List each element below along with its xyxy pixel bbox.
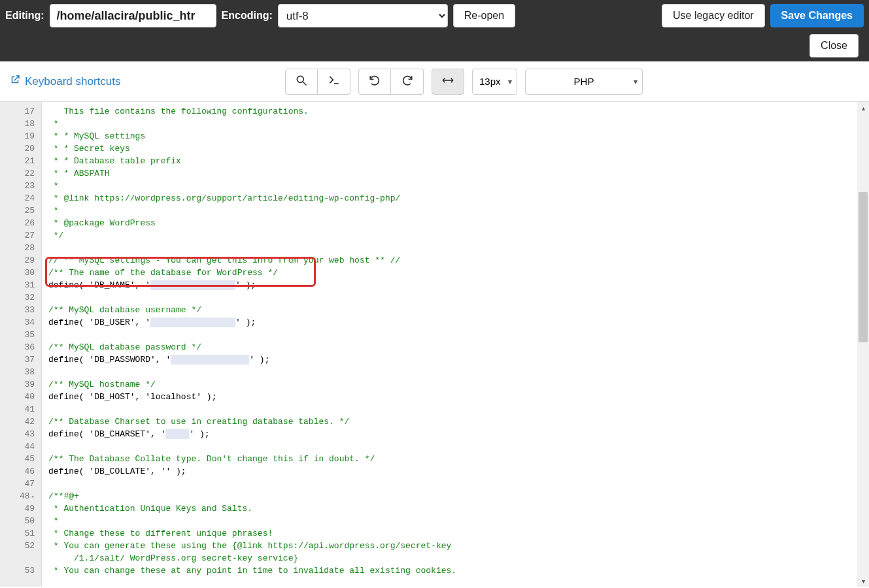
line-number: 46 [3, 465, 35, 478]
search-button[interactable] [285, 69, 318, 95]
code-line[interactable]: * Change these to different unique phras… [48, 527, 869, 540]
code-line[interactable]: /** MySQL database password */ [48, 341, 869, 353]
line-number: 29 [3, 254, 35, 267]
code-line[interactable] [48, 291, 869, 304]
code-line[interactable] [48, 329, 869, 341]
line-number: 49 [3, 502, 35, 515]
code-line[interactable] [48, 440, 869, 453]
line-number: 30 [3, 267, 35, 279]
redo-button[interactable] [391, 69, 424, 95]
close-button[interactable]: Close [809, 34, 859, 57]
line-number: 45 [3, 453, 35, 465]
undo-icon [368, 74, 381, 89]
code-line[interactable]: * Authentication Unique Keys and Salts. [48, 502, 869, 515]
keyboard-shortcuts-label: Keyboard shortcuts [25, 75, 120, 88]
vertical-scrollbar[interactable]: ▴ ▾ [857, 102, 869, 587]
find-group [285, 69, 350, 95]
code-line[interactable]: define( 'DB_CHARSET', '' ); [48, 428, 869, 440]
scroll-down-icon[interactable]: ▾ [857, 575, 869, 587]
line-number: 39 [3, 378, 35, 391]
code-line[interactable] [48, 403, 869, 416]
code-line[interactable]: * [48, 204, 869, 217]
line-number: 53 [3, 564, 35, 577]
line-number: 28 [3, 242, 35, 254]
code-line[interactable]: * * MySQL settings [48, 130, 869, 142]
line-number: 17 [3, 105, 35, 118]
code-line[interactable]: * You can generate these using the {@lin… [48, 540, 869, 552]
code-line[interactable]: // ** MySQL settings - You can get this … [48, 254, 869, 267]
code-line[interactable] [48, 366, 869, 378]
code-line[interactable]: /** MySQL database username */ [48, 304, 869, 316]
line-number: 27 [3, 229, 35, 242]
code-line[interactable]: /** The name of the database for WordPre… [48, 267, 869, 279]
code-line[interactable]: define( 'DB_PASSWORD', '' ); [48, 353, 869, 366]
code-line[interactable]: * * Database table prefix [48, 155, 869, 167]
line-number: 33 [3, 304, 35, 316]
code-line[interactable]: /**#@+ [48, 490, 869, 502]
line-number: 35 [3, 329, 35, 341]
code-line[interactable]: /** Database Charset to use in creating … [48, 416, 869, 428]
line-number: 43 [3, 428, 35, 440]
line-number: 21 [3, 155, 35, 167]
line-number: 42 [3, 416, 35, 428]
editor-topbar: Editing: Encoding: utf-8 Re-open Use leg… [0, 0, 869, 61]
terminal-icon [328, 74, 341, 89]
svg-point-0 [297, 76, 303, 82]
search-icon [295, 74, 308, 89]
line-number: 20 [3, 142, 35, 155]
line-number: 38 [3, 366, 35, 378]
code-line[interactable] [48, 242, 869, 254]
line-number: 48 [3, 490, 35, 502]
code-area[interactable]: This file contains the following configu… [42, 102, 869, 587]
legacy-editor-button[interactable]: Use legacy editor [662, 4, 765, 27]
line-number [3, 552, 35, 564]
code-line[interactable]: /** MySQL hostname */ [48, 378, 869, 391]
scroll-up-icon[interactable]: ▴ [857, 102, 869, 114]
font-size-select[interactable]: 13px [472, 69, 517, 95]
keyboard-shortcuts-link[interactable]: Keyboard shortcuts [9, 74, 120, 89]
code-line[interactable]: * [48, 515, 869, 527]
code-line[interactable]: /** The Database Collate type. Don't cha… [48, 453, 869, 465]
line-number: 50 [3, 515, 35, 527]
line-number: 25 [3, 204, 35, 217]
code-line[interactable]: * [48, 180, 869, 192]
code-line[interactable]: * [48, 118, 869, 130]
scrollbar-track[interactable] [857, 114, 869, 575]
external-link-icon [9, 74, 21, 89]
code-line[interactable]: This file contains the following configu… [48, 105, 869, 118]
line-number: 19 [3, 130, 35, 142]
code-line[interactable]: define( 'DB_COLLATE', '' ); [48, 465, 869, 478]
line-number: 41 [3, 403, 35, 416]
code-editor[interactable]: 1718192021222324252627282930313233343536… [0, 102, 869, 587]
code-line[interactable]: */ [48, 229, 869, 242]
line-number: 40 [3, 391, 35, 403]
save-changes-button[interactable]: Save Changes [770, 4, 864, 27]
file-path-input[interactable] [50, 4, 216, 27]
undo-button[interactable] [358, 69, 391, 95]
code-line[interactable]: * @package WordPress [48, 217, 869, 229]
code-line[interactable]: * * Secret keys [48, 142, 869, 155]
code-line[interactable]: define( 'DB_NAME', '' ); [48, 279, 869, 291]
code-line[interactable]: * @link https://wordpress.org/support/ar… [48, 192, 869, 204]
line-number: 18 [3, 118, 35, 130]
redacted-value [165, 429, 189, 439]
code-line[interactable] [48, 478, 869, 490]
line-number: 44 [3, 440, 35, 453]
editing-label: Editing: [5, 10, 44, 22]
line-number: 32 [3, 291, 35, 304]
code-line[interactable]: * * ABSPATH [48, 167, 869, 180]
encoding-select[interactable]: utf-8 [278, 4, 448, 27]
scrollbar-thumb[interactable] [859, 192, 868, 342]
redacted-value [171, 355, 249, 365]
reopen-button[interactable]: Re-open [453, 4, 515, 27]
code-line[interactable]: /1.1/salt/ WordPress.org secret-key serv… [48, 552, 869, 564]
editor-toolbar: Keyboard shortcuts [0, 61, 869, 102]
wrap-toggle-button[interactable] [432, 69, 464, 95]
code-line[interactable]: define( 'DB_USER', '' ); [48, 316, 869, 329]
code-line[interactable]: * You can change these at any point in t… [48, 564, 869, 577]
redacted-value [150, 280, 235, 290]
line-number: 52 [3, 540, 35, 552]
terminal-button[interactable] [318, 69, 350, 95]
language-select[interactable]: PHP [525, 69, 643, 95]
code-line[interactable]: define( 'DB_HOST', 'localhost' ); [48, 391, 869, 403]
